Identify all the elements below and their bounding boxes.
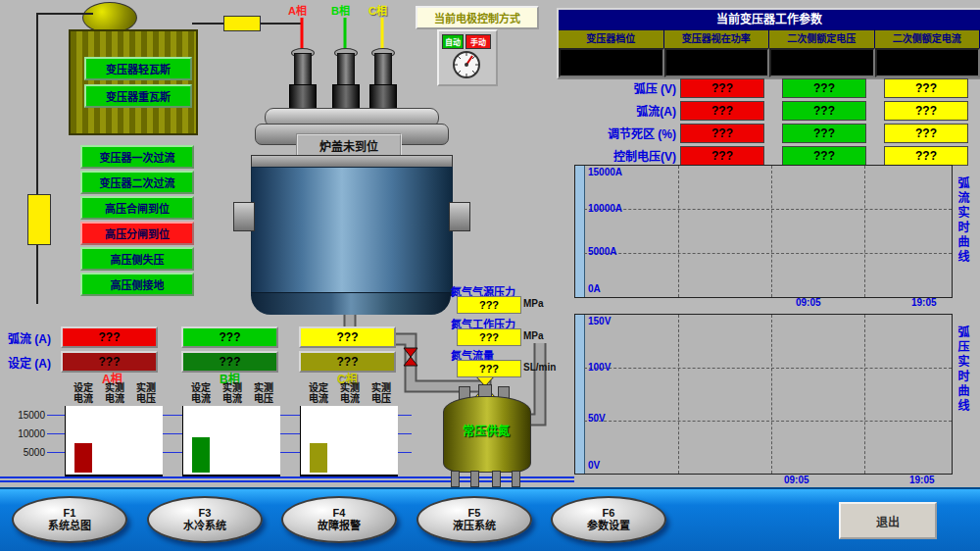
furnace-trunnion-left xyxy=(233,202,255,231)
auto-mode-button[interactable]: 自动 xyxy=(442,34,464,49)
phase-b-label: B相 xyxy=(331,2,350,18)
hdr-meas-current: 实测电流 xyxy=(102,382,127,406)
arc-current-b: ??? xyxy=(782,101,866,121)
arc-current-c: ??? xyxy=(884,101,968,121)
arc-current-b-value: ??? xyxy=(181,326,278,348)
control-voltage-label: 控制电压(V) xyxy=(561,147,676,163)
arc-current-a: ??? xyxy=(680,101,764,121)
y-tick: 10000A xyxy=(588,203,622,214)
y-tick: 0A xyxy=(588,283,601,294)
f5-key: F5 xyxy=(468,507,481,520)
col-tap-position: 变压器档位 xyxy=(559,29,664,48)
arc-current-chart: 15000A 10000A 5000A 0A xyxy=(574,165,953,298)
tank-leg xyxy=(451,471,460,487)
n2-source-pressure-value: ??? xyxy=(457,296,521,314)
hdr-meas-current: 实测电流 xyxy=(220,382,245,406)
scale-5000: 5000 xyxy=(10,447,45,458)
status-secondary-overcurrent: 变压器二次过流 xyxy=(80,171,194,194)
deadband-c: ??? xyxy=(884,124,968,143)
electrode-control-title: 当前电极控制方式 xyxy=(416,6,539,29)
arc-current-chart-title: 弧流实时曲线 xyxy=(955,176,971,299)
y-tick: 15000A xyxy=(588,167,622,177)
status-hv-close-in-place: 高压合闸到位 xyxy=(80,196,194,220)
arc-voltage-c: ??? xyxy=(884,78,968,98)
exit-button[interactable]: 退出 xyxy=(839,502,937,539)
n2-source-pressure-unit: MPa xyxy=(523,298,544,309)
chart-scale-strip xyxy=(575,315,585,474)
tank-leg xyxy=(512,471,520,487)
f6-settings-button[interactable]: F6 参数设置 xyxy=(551,496,666,543)
f1-system-overview-button[interactable]: F1 系统总图 xyxy=(12,496,127,543)
arc-current-c-value: ??? xyxy=(299,326,396,348)
status-hv-loss-voltage: 高压侧失压 xyxy=(80,247,194,271)
hmi-screen: 变压器轻瓦斯 变压器重瓦斯 变压器一次过流 变压器二次过流 高压合闸到位 高压分… xyxy=(0,0,980,551)
f4-label: 故障报警 xyxy=(318,520,361,532)
hdr-set-current: 设定电流 xyxy=(306,382,331,406)
setpoint-row-label: 设定 (A) xyxy=(8,354,51,371)
hdr-meas-voltage: 实测电压 xyxy=(368,382,394,406)
status-hv-open-in-place: 高压分闸到位 xyxy=(80,222,194,245)
status-hv-ground: 高压侧接地 xyxy=(80,273,194,296)
f4-key: F4 xyxy=(333,507,346,520)
deadband-b: ??? xyxy=(782,124,866,143)
f3-label: 水冷系统 xyxy=(183,520,226,532)
phase-a-set-current-bar xyxy=(74,443,92,473)
x-tick: 19:05 xyxy=(909,475,935,485)
arc-voltage-chart-title: 弧压实时曲线 xyxy=(955,326,971,463)
f3-key: F3 xyxy=(199,507,212,520)
arc-voltage-label: 弧压 (V) xyxy=(561,79,676,95)
hdr-meas-voltage: 实测电压 xyxy=(251,382,276,406)
n2-work-pressure-unit: MPa xyxy=(523,330,544,341)
chart-scale-strip xyxy=(575,166,585,297)
furnace-bottom-band xyxy=(251,292,451,315)
n2-flow-value: ??? xyxy=(457,360,521,377)
bushing xyxy=(27,194,51,245)
manual-mode-button[interactable]: 手动 xyxy=(466,34,491,49)
deadband-label: 调节死区 (%) xyxy=(561,125,676,140)
val-secondary-rated-voltage xyxy=(769,48,875,77)
f3-water-cooling-button[interactable]: F3 水冷系统 xyxy=(147,496,263,543)
n2-flow-unit: SL/min xyxy=(523,362,556,373)
val-secondary-rated-current xyxy=(875,48,980,77)
scale-15000: 15000 xyxy=(10,410,45,421)
val-apparent-power xyxy=(664,48,770,77)
f4-fault-alarm-button[interactable]: F4 故障报警 xyxy=(281,496,397,543)
n2-work-pressure-value: ??? xyxy=(457,328,521,346)
control-dial-icon xyxy=(450,48,483,81)
control-voltage-b: ??? xyxy=(782,146,866,166)
col-secondary-rated-current: 二次侧额定电流 xyxy=(875,29,980,48)
arc-current-a-value: ??? xyxy=(61,326,158,348)
nitrogen-tank-label: 常压供氮 xyxy=(447,422,525,437)
y-tick: 0V xyxy=(588,460,600,471)
hdr-meas-current: 实测电流 xyxy=(337,382,363,406)
x-tick: 09:05 xyxy=(796,297,821,308)
furnace-shell xyxy=(251,167,453,296)
val-tap-position xyxy=(559,48,664,77)
phase-c-label: C相 xyxy=(368,2,387,18)
phase-a-label: A相 xyxy=(288,2,307,18)
hdr-set-current: 设定电流 xyxy=(188,382,214,406)
col-secondary-rated-voltage: 二次侧额定电压 xyxy=(769,29,875,48)
arc-current-label: 弧流(A) xyxy=(561,102,676,118)
transformer-light-gas-indicator: 变压器轻瓦斯 xyxy=(84,57,192,80)
scale-10000: 10000 xyxy=(10,428,45,439)
f6-key: F6 xyxy=(603,507,615,520)
hdr-meas-voltage: 实测电压 xyxy=(133,382,159,406)
deadband-a: ??? xyxy=(680,124,764,143)
control-voltage-c: ??? xyxy=(884,146,968,166)
arc-current-row-label: 弧流 (A) xyxy=(8,329,51,346)
furnace-cover-status: 炉盖未到位 xyxy=(296,133,402,157)
f1-label: 系统总图 xyxy=(48,520,91,532)
f6-label: 参数设置 xyxy=(587,520,630,532)
tank-leg xyxy=(470,471,479,487)
x-tick: 09:05 xyxy=(784,475,809,485)
divider xyxy=(0,480,574,482)
hdr-set-current: 设定电流 xyxy=(71,382,96,406)
f5-hydraulic-button[interactable]: F5 液压系统 xyxy=(416,496,532,543)
phase-c-set-current-bar xyxy=(310,443,327,473)
arc-voltage-b: ??? xyxy=(782,78,866,98)
arc-voltage-chart: 150V 100V 50V 0V xyxy=(574,314,953,475)
arc-voltage-a: ??? xyxy=(680,78,764,98)
transformer-params-title: 当前变压器工作参数 xyxy=(559,10,980,29)
tank-leg xyxy=(492,471,501,487)
